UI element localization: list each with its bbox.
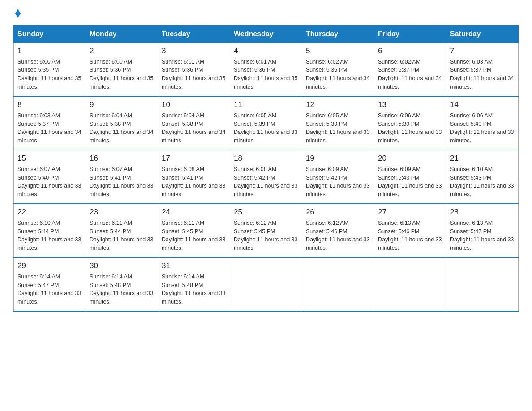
day-info: Sunrise: 6:02 AMSunset: 5:37 PMDaylight:… <box>378 59 442 90</box>
day-info: Sunrise: 6:11 AMSunset: 5:44 PMDaylight:… <box>90 220 153 252</box>
day-number: 15 <box>17 153 82 164</box>
calendar-cell: 11Sunrise: 6:05 AMSunset: 5:39 PMDayligh… <box>230 96 302 150</box>
day-number: 25 <box>234 207 298 218</box>
calendar-cell: 25Sunrise: 6:12 AMSunset: 5:45 PMDayligh… <box>230 204 302 257</box>
day-number: 6 <box>378 46 442 57</box>
calendar-cell <box>230 257 302 311</box>
calendar-cell: 31Sunrise: 6:14 AMSunset: 5:48 PMDayligh… <box>158 257 230 311</box>
day-info: Sunrise: 6:03 AMSunset: 5:37 PMDaylight:… <box>17 112 81 144</box>
calendar-cell: 18Sunrise: 6:08 AMSunset: 5:42 PMDayligh… <box>230 150 302 204</box>
calendar-cell: 7Sunrise: 6:03 AMSunset: 5:37 PMDaylight… <box>446 43 519 97</box>
day-number: 31 <box>162 261 226 272</box>
calendar-cell: 28Sunrise: 6:13 AMSunset: 5:47 PMDayligh… <box>446 204 519 257</box>
day-info: Sunrise: 6:09 AMSunset: 5:42 PMDaylight:… <box>306 166 369 198</box>
calendar-cell: 24Sunrise: 6:11 AMSunset: 5:45 PMDayligh… <box>158 204 230 257</box>
calendar-cell: 15Sunrise: 6:07 AMSunset: 5:40 PMDayligh… <box>14 150 86 204</box>
day-number: 30 <box>90 261 154 272</box>
calendar-cell: 16Sunrise: 6:07 AMSunset: 5:41 PMDayligh… <box>86 150 158 204</box>
calendar-cell: 14Sunrise: 6:06 AMSunset: 5:40 PMDayligh… <box>446 96 519 150</box>
day-info: Sunrise: 6:07 AMSunset: 5:40 PMDaylight:… <box>17 166 81 198</box>
calendar-cell: 21Sunrise: 6:10 AMSunset: 5:43 PMDayligh… <box>446 150 519 204</box>
calendar-cell: 10Sunrise: 6:04 AMSunset: 5:38 PMDayligh… <box>158 96 230 150</box>
logo <box>13 9 21 18</box>
day-info: Sunrise: 6:08 AMSunset: 5:41 PMDaylight:… <box>162 166 225 198</box>
calendar-week-1: 1Sunrise: 6:00 AMSunset: 5:35 PMDaylight… <box>14 43 519 97</box>
day-number: 20 <box>378 153 442 164</box>
day-info: Sunrise: 6:14 AMSunset: 5:48 PMDaylight:… <box>90 274 153 305</box>
calendar-cell: 5Sunrise: 6:02 AMSunset: 5:36 PMDaylight… <box>302 43 374 97</box>
day-number: 2 <box>90 46 154 57</box>
day-number: 24 <box>162 207 226 218</box>
day-number: 22 <box>17 207 82 218</box>
day-info: Sunrise: 6:10 AMSunset: 5:44 PMDaylight:… <box>17 220 81 252</box>
day-header-wednesday: Wednesday <box>230 26 302 43</box>
day-info: Sunrise: 6:10 AMSunset: 5:43 PMDaylight:… <box>450 166 514 198</box>
day-number: 7 <box>450 46 515 57</box>
calendar-week-5: 29Sunrise: 6:14 AMSunset: 5:47 PMDayligh… <box>14 257 519 311</box>
day-info: Sunrise: 6:13 AMSunset: 5:46 PMDaylight:… <box>378 220 442 252</box>
day-number: 19 <box>306 153 370 164</box>
calendar-cell: 2Sunrise: 6:00 AMSunset: 5:36 PMDaylight… <box>86 43 158 97</box>
calendar-cell: 4Sunrise: 6:01 AMSunset: 5:36 PMDaylight… <box>230 43 302 97</box>
day-number: 29 <box>17 261 82 272</box>
day-info: Sunrise: 6:07 AMSunset: 5:41 PMDaylight:… <box>90 166 153 198</box>
day-info: Sunrise: 6:04 AMSunset: 5:38 PMDaylight:… <box>90 112 153 144</box>
day-header-thursday: Thursday <box>302 26 374 43</box>
calendar-cell: 13Sunrise: 6:06 AMSunset: 5:39 PMDayligh… <box>374 96 446 150</box>
day-info: Sunrise: 6:01 AMSunset: 5:36 PMDaylight:… <box>162 59 225 90</box>
day-info: Sunrise: 6:02 AMSunset: 5:36 PMDaylight:… <box>306 59 369 90</box>
calendar-cell: 12Sunrise: 6:05 AMSunset: 5:39 PMDayligh… <box>302 96 374 150</box>
day-number: 26 <box>306 207 370 218</box>
day-header-sunday: Sunday <box>14 26 86 43</box>
day-number: 16 <box>90 153 154 164</box>
day-header-tuesday: Tuesday <box>158 26 230 43</box>
calendar-cell: 20Sunrise: 6:09 AMSunset: 5:43 PMDayligh… <box>374 150 446 204</box>
day-info: Sunrise: 6:01 AMSunset: 5:36 PMDaylight:… <box>234 59 297 90</box>
calendar-cell: 19Sunrise: 6:09 AMSunset: 5:42 PMDayligh… <box>302 150 374 204</box>
day-info: Sunrise: 6:06 AMSunset: 5:39 PMDaylight:… <box>378 112 442 144</box>
day-number: 14 <box>450 99 515 111</box>
day-info: Sunrise: 6:11 AMSunset: 5:45 PMDaylight:… <box>162 220 225 252</box>
day-number: 9 <box>90 99 154 111</box>
page-header <box>13 9 519 18</box>
calendar-body: 1Sunrise: 6:00 AMSunset: 5:35 PMDaylight… <box>14 43 519 312</box>
day-number: 18 <box>234 153 298 164</box>
calendar-cell: 22Sunrise: 6:10 AMSunset: 5:44 PMDayligh… <box>14 204 86 257</box>
day-info: Sunrise: 6:08 AMSunset: 5:42 PMDaylight:… <box>234 166 297 198</box>
day-info: Sunrise: 6:14 AMSunset: 5:47 PMDaylight:… <box>17 274 81 305</box>
calendar-cell: 1Sunrise: 6:00 AMSunset: 5:35 PMDaylight… <box>14 43 86 97</box>
day-number: 27 <box>378 207 442 218</box>
calendar-cell: 30Sunrise: 6:14 AMSunset: 5:48 PMDayligh… <box>86 257 158 311</box>
calendar-cell: 27Sunrise: 6:13 AMSunset: 5:46 PMDayligh… <box>374 204 446 257</box>
day-info: Sunrise: 6:00 AMSunset: 5:36 PMDaylight:… <box>90 59 153 90</box>
calendar-week-3: 15Sunrise: 6:07 AMSunset: 5:40 PMDayligh… <box>14 150 519 204</box>
day-number: 28 <box>450 207 515 218</box>
day-number: 1 <box>17 46 82 57</box>
day-info: Sunrise: 6:03 AMSunset: 5:37 PMDaylight:… <box>450 59 514 90</box>
calendar-cell: 3Sunrise: 6:01 AMSunset: 5:36 PMDaylight… <box>158 43 230 97</box>
calendar-table: SundayMondayTuesdayWednesdayThursdayFrid… <box>13 25 519 312</box>
day-info: Sunrise: 6:05 AMSunset: 5:39 PMDaylight:… <box>306 112 369 144</box>
calendar-cell: 17Sunrise: 6:08 AMSunset: 5:41 PMDayligh… <box>158 150 230 204</box>
day-number: 4 <box>234 46 298 57</box>
calendar-week-2: 8Sunrise: 6:03 AMSunset: 5:37 PMDaylight… <box>14 96 519 150</box>
day-info: Sunrise: 6:05 AMSunset: 5:39 PMDaylight:… <box>234 112 297 144</box>
day-number: 11 <box>234 99 298 111</box>
day-header-monday: Monday <box>86 26 158 43</box>
day-info: Sunrise: 6:12 AMSunset: 5:46 PMDaylight:… <box>306 220 369 252</box>
calendar-week-4: 22Sunrise: 6:10 AMSunset: 5:44 PMDayligh… <box>14 204 519 257</box>
day-header-friday: Friday <box>374 26 446 43</box>
day-number: 13 <box>378 99 442 111</box>
day-info: Sunrise: 6:06 AMSunset: 5:40 PMDaylight:… <box>450 112 514 144</box>
calendar-cell: 6Sunrise: 6:02 AMSunset: 5:37 PMDaylight… <box>374 43 446 97</box>
day-info: Sunrise: 6:09 AMSunset: 5:43 PMDaylight:… <box>378 166 442 198</box>
day-number: 10 <box>162 99 226 111</box>
day-number: 23 <box>90 207 154 218</box>
calendar-header: SundayMondayTuesdayWednesdayThursdayFrid… <box>14 26 519 43</box>
calendar-cell: 9Sunrise: 6:04 AMSunset: 5:38 PMDaylight… <box>86 96 158 150</box>
day-header-saturday: Saturday <box>446 26 519 43</box>
day-number: 3 <box>162 46 226 57</box>
day-number: 21 <box>450 153 515 164</box>
day-number: 5 <box>306 46 370 57</box>
calendar-cell: 26Sunrise: 6:12 AMSunset: 5:46 PMDayligh… <box>302 204 374 257</box>
